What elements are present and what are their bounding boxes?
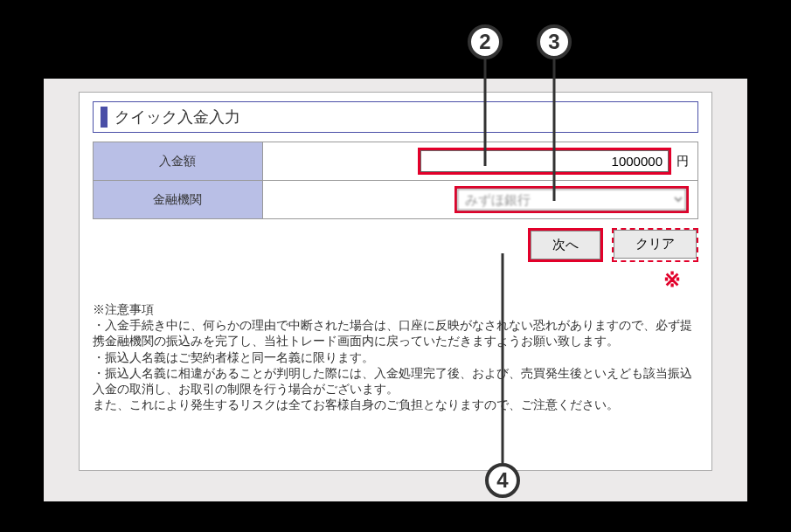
amount-cell: 円 [262,142,697,181]
notes-block: ※注意事項 ・入金手続き中に、何らかの理由で中断された場合は、口座に反映がなされ… [93,302,698,414]
amount-label: 入金額 [94,142,263,181]
callout-3: 3 [537,24,572,59]
notes-line: ・入金手続き中に、何らかの理由で中断された場合は、口座に反映がなされない恐れがあ… [93,318,698,349]
notes-line: また、これにより発生するリスクは全てお客様自身のご負担となりますので、ご注意くだ… [93,397,698,413]
callout-line [553,59,556,201]
clear-button[interactable]: クリア [614,230,697,259]
attention-mark: ※ [93,267,681,292]
notes-line: ・振込人名義に相違があることが判明した際には、入金処理完了後、および、売買発生後… [93,366,698,397]
button-row: 次へ クリア [93,228,698,262]
callout-line [502,253,504,463]
form-table: 入金額 円 金融機関 みずほ銀行 [93,142,698,219]
notes-heading: ※注意事項 [93,302,698,318]
page-title: クイック入金入力 [101,107,690,128]
next-button[interactable]: 次へ [531,231,600,259]
clear-highlight: クリア [612,228,698,262]
title-bar: クイック入金入力 [93,101,698,133]
bank-select[interactable]: みずほ銀行 [457,189,686,211]
bank-highlight: みずほ銀行 [454,186,689,213]
callout-number-icon: 4 [485,463,520,498]
main-panel: クイック入金入力 入金額 円 金融機関 [79,92,712,471]
notes-line: ・振込人名義はご契約者様と同一名義に限ります。 [93,350,698,366]
callout-line [484,59,487,166]
callout-number-icon: 3 [537,24,572,59]
bank-label: 金融機関 [94,181,263,219]
amount-unit: 円 [677,154,689,169]
amount-highlight [418,148,671,175]
callout-4: 4 [485,463,520,498]
bank-cell: みずほ銀行 [262,181,697,219]
next-highlight: 次へ [528,228,603,262]
amount-input[interactable] [420,150,669,172]
callout-2: 2 [468,24,503,59]
callout-number-icon: 2 [468,24,503,59]
